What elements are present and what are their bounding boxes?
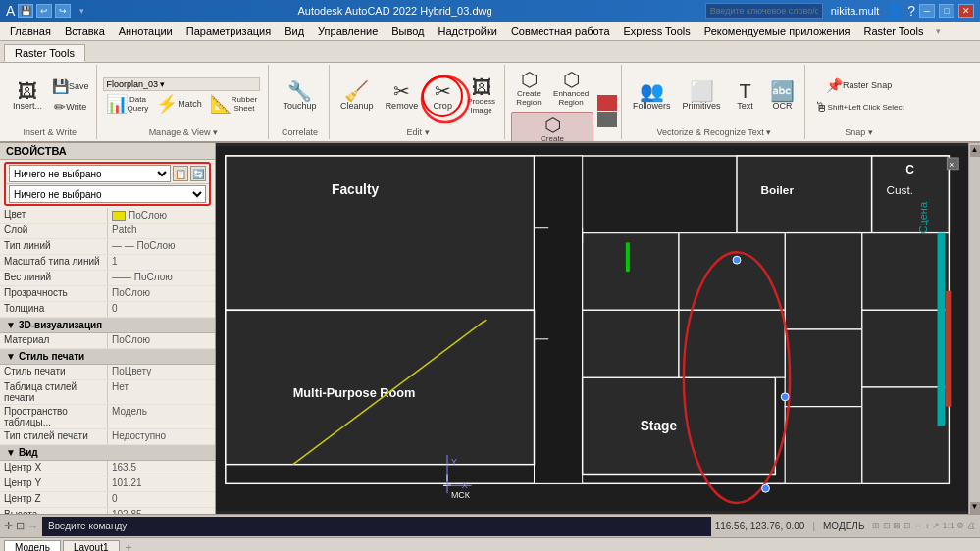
- menu-express[interactable]: Express Tools: [618, 25, 696, 38]
- section-print-label: Стиль печати: [19, 351, 84, 362]
- command-input-bar[interactable]: Введите команду: [42, 517, 711, 536]
- vectorize-buttons: 👥 Followers ⬜ Primitives T Text 🔤 OCR: [628, 67, 800, 125]
- command-prompt-text: Введите команду: [48, 521, 127, 531]
- ribbon-group-snap: 📌 Raster Snap 🖱 Shift+Left Click Select …: [807, 65, 911, 139]
- save-btn[interactable]: 💾 Save: [49, 76, 92, 96]
- vertical-scrollbar[interactable]: ▲ ▼: [968, 143, 980, 514]
- minimize-btn[interactable]: ─: [919, 4, 935, 18]
- print-type-value: Недоступно: [108, 429, 215, 444]
- linetype-scale-value: 1: [108, 255, 215, 270]
- cleanup-btn[interactable]: 🧹 Cleanup: [335, 78, 379, 114]
- create-primitive-btn[interactable]: ⬡ CreatePrimitive: [511, 112, 593, 141]
- remove-btn[interactable]: ✂ Remove: [381, 78, 424, 114]
- ocr-icon: 🔤: [770, 81, 795, 101]
- entity-toggle-btn[interactable]: 🔄: [190, 166, 206, 181]
- print-style-label: Стиль печати: [0, 365, 108, 379]
- column-c-label: C: [905, 163, 914, 176]
- svg-rect-5: [737, 156, 872, 233]
- menu-insert[interactable]: Вставка: [59, 25, 111, 38]
- touchup-btn[interactable]: 🔧 Touchup: [279, 78, 322, 114]
- layout1-tab[interactable]: Layout1: [63, 540, 120, 551]
- raster-snap-btn[interactable]: 📌 Raster Snap: [811, 75, 907, 95]
- menu-output[interactable]: Вывод: [386, 25, 430, 38]
- match-btn[interactable]: ⚡ Match: [153, 92, 205, 116]
- menu-collab[interactable]: Совместная работа: [505, 25, 616, 38]
- shift-click-icon: 🖱: [814, 100, 828, 114]
- svg-rect-9: [535, 156, 583, 483]
- entity-properties-btn[interactable]: 📋: [173, 166, 188, 181]
- section-view-arrow[interactable]: ▼: [6, 447, 16, 458]
- print-space-value: Модель: [108, 405, 215, 428]
- primitives-btn[interactable]: ⬜ Primitives: [678, 78, 726, 114]
- search-input[interactable]: [705, 3, 823, 19]
- canvas-area[interactable]: Faculty Boiler Cust. Multi-Purpose Room …: [216, 143, 968, 514]
- ocr-btn[interactable]: 🔤 OCR: [765, 78, 800, 114]
- ribbon-content: 🖼 Insert... 💾 Save ✏ Write Insert & Writ…: [0, 63, 980, 141]
- layer-select[interactable]: Ничего не выбрано: [9, 185, 206, 203]
- add-layout-btn[interactable]: +: [126, 541, 132, 552]
- crop-btn[interactable]: ✂ Crop: [425, 78, 460, 114]
- print-space-row: Пространство таблицы... Модель: [0, 405, 215, 429]
- section-3d: ▼ 3D-визуализация: [0, 318, 215, 333]
- user-label: nikita.mult: [831, 5, 880, 17]
- rubber-sheet-btn[interactable]: 📐 RubberSheet: [207, 92, 260, 116]
- layer-dropdown-row: Ничего не выбрано: [6, 184, 209, 204]
- color-value[interactable]: ПоСлою: [108, 208, 215, 223]
- followers-btn[interactable]: 👥 Followers: [628, 78, 676, 114]
- cursor-icon: ✛: [4, 520, 13, 532]
- svg-text:×: ×: [949, 160, 954, 170]
- window-title: Autodesk AutoCAD 2022 Hybrid_03.dwg: [84, 5, 704, 17]
- match-icon: ⚡: [156, 95, 178, 113]
- menu-view[interactable]: Вид: [279, 25, 310, 38]
- quick-redo-btn[interactable]: ↪: [55, 4, 71, 18]
- svg-rect-15: [785, 329, 862, 407]
- followers-icon: 👥: [640, 81, 664, 101]
- svg-rect-22: [583, 233, 679, 311]
- menu-home[interactable]: Главная: [4, 25, 57, 38]
- cleanup-icon: 🧹: [344, 81, 369, 101]
- entity-select[interactable]: Ничего не выбрано: [9, 165, 171, 182]
- ribbon-expand-icon[interactable]: ▾: [936, 26, 941, 36]
- quick-save-btn[interactable]: 💾: [18, 4, 33, 18]
- scroll-up-btn[interactable]: ▲: [970, 145, 980, 157]
- cleanup-label: Cleanup: [340, 101, 374, 111]
- touchup-icon: 🔧: [287, 81, 312, 101]
- enhanced-region-btn[interactable]: ⬡ EnhancedRegion: [548, 67, 593, 110]
- svg-text:Multi-Purpose Room: Multi-Purpose Room: [293, 385, 416, 400]
- layer-row: Слой Patch: [0, 224, 215, 239]
- color-swatch-red: [597, 95, 617, 111]
- section-print-arrow[interactable]: ▼: [6, 351, 16, 362]
- write-btn[interactable]: ✏ Write: [49, 97, 92, 117]
- maximize-btn[interactable]: □: [939, 4, 954, 18]
- text-btn[interactable]: T Text: [728, 78, 763, 114]
- section-3d-arrow[interactable]: ▼: [6, 320, 16, 330]
- text-label: Text: [737, 101, 753, 111]
- ribbon-tab-raster[interactable]: Raster Tools: [4, 44, 85, 62]
- floorplan-dropdown[interactable]: Floorplan_03 ▾: [103, 77, 261, 91]
- menu-recommended[interactable]: Рекомендуемые приложения: [698, 25, 856, 38]
- close-btn[interactable]: ✕: [958, 4, 974, 18]
- menu-addons[interactable]: Надстройки: [433, 25, 503, 38]
- insert-btn[interactable]: 🖼 Insert...: [8, 78, 47, 114]
- svg-rect-19: [862, 387, 950, 483]
- arrow-icon: →: [27, 521, 38, 532]
- model-tab[interactable]: Модель: [4, 540, 61, 551]
- svg-text:Cust.: Cust.: [886, 183, 913, 197]
- scroll-down-btn[interactable]: ▼: [970, 502, 980, 514]
- menu-parametrize[interactable]: Параметризация: [181, 25, 277, 38]
- shift-click-btn[interactable]: 🖱 Shift+Left Click Select: [811, 97, 907, 117]
- insert-buttons: 🖼 Insert... 💾 Save ✏ Write: [8, 67, 92, 125]
- menu-raster[interactable]: Raster Tools: [858, 25, 930, 38]
- help-icon[interactable]: ?: [907, 3, 915, 19]
- data-query-btn[interactable]: 📊 DataQuery: [103, 92, 152, 116]
- thickness-label: Толщина: [0, 302, 108, 317]
- create-region-btn[interactable]: ⬡ CreateRegion: [511, 67, 546, 110]
- svg-text:Boiler: Boiler: [761, 183, 795, 197]
- menu-annotations[interactable]: Аннотации: [113, 25, 179, 38]
- primitives-icon: ⬜: [690, 81, 714, 101]
- print-table-row: Таблица стилей печати Нет: [0, 380, 215, 405]
- process-image-btn[interactable]: 🖼 ProcessImage: [462, 75, 500, 118]
- menu-manage[interactable]: Управление: [312, 25, 384, 38]
- quick-undo-btn[interactable]: ↩: [36, 4, 52, 18]
- thickness-value: 0: [108, 302, 215, 317]
